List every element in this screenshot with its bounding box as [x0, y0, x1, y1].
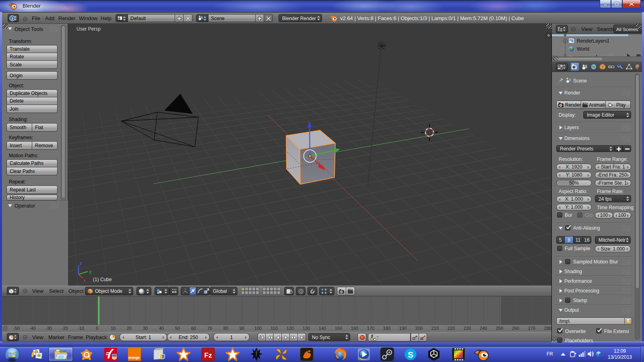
svg-text:y: y	[89, 269, 92, 274]
svg-text:Fz: Fz	[204, 352, 212, 359]
svg-text:i: i	[12, 16, 13, 21]
svg-text:S: S	[408, 350, 413, 359]
svg-text:orange: orange	[128, 356, 140, 360]
svg-text:z: z	[80, 261, 82, 265]
svg-text:x: x	[83, 278, 86, 283]
